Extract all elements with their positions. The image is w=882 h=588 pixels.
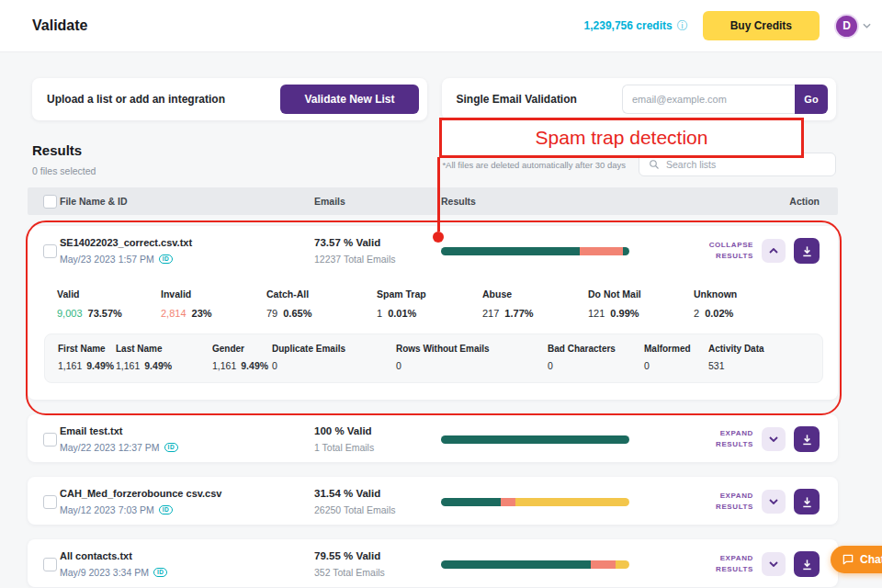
- download-icon: [801, 496, 813, 508]
- chat-button[interactable]: Chat: [831, 546, 882, 573]
- row-checkbox[interactable]: [43, 244, 57, 258]
- stat-spam-trap: Spam Trap 10.01%: [377, 288, 482, 319]
- validate-new-list-button[interactable]: Validate New List: [280, 85, 418, 114]
- download-button[interactable]: [794, 426, 820, 452]
- results-bar: [441, 560, 629, 569]
- files-selected-count: 0 files selected: [32, 165, 96, 176]
- substat-pct: 9.49%: [86, 360, 114, 371]
- collapse-toggle-button[interactable]: [762, 239, 786, 263]
- annotation-text: Spam trap detection: [536, 127, 708, 149]
- bar-segment: [591, 560, 616, 569]
- col-file-name: File Name & ID: [60, 196, 314, 207]
- download-button[interactable]: [794, 489, 820, 514]
- bar-segment: [515, 498, 629, 506]
- total-emails: 1 Total Emails: [314, 442, 441, 453]
- go-button[interactable]: Go: [795, 85, 828, 114]
- annotation-spam-trap-detection: Spam trap detection: [439, 118, 804, 158]
- stat-catch-all: Catch-All 790.65%: [266, 288, 377, 319]
- stat-label: Unknown: [694, 288, 820, 300]
- id-icon[interactable]: ID: [153, 568, 168, 578]
- file-date: May/9 2023 3:34 PM: [60, 567, 149, 578]
- bar-segment: [441, 560, 591, 569]
- id-icon[interactable]: ID: [159, 505, 174, 515]
- info-icon[interactable]: ⓘ: [677, 18, 688, 34]
- append-stats: First Name 1,1619.49% Last Name 1,1619.4…: [44, 334, 823, 383]
- stat-value: 121: [588, 308, 605, 319]
- single-email-input[interactable]: [622, 85, 795, 114]
- stat-abuse: Abuse 2171.77%: [482, 288, 588, 319]
- file-name: All contacts.txt: [60, 550, 314, 561]
- annotation-pointer-line: [437, 157, 440, 232]
- substat-label: Gender: [212, 344, 272, 354]
- stat-pct: 0.65%: [283, 308, 311, 319]
- substat-label: First Name: [58, 344, 116, 354]
- substat-first-name: First Name 1,1619.49%: [58, 344, 116, 371]
- stat-pct: 73.57%: [88, 308, 122, 319]
- upload-card-text: Upload a list or add an integration: [47, 93, 225, 106]
- total-emails: 352 Total Emails: [314, 567, 441, 578]
- file-date: May/12 2023 7:03 PM: [60, 504, 154, 515]
- expand-results-button[interactable]: EXPAND RESULTS: [700, 553, 753, 575]
- substat-value: 0: [644, 360, 650, 371]
- substat-value: 1,161: [212, 360, 236, 371]
- user-menu[interactable]: D: [834, 14, 871, 39]
- file-name: CAH_Med_forzerobounce csv.csv: [60, 488, 314, 499]
- row-checkbox[interactable]: [43, 495, 57, 509]
- avatar[interactable]: D: [834, 14, 859, 39]
- total-emails: 12237 Total Emails: [314, 254, 441, 265]
- stat-pct: 1.77%: [504, 308, 533, 319]
- stat-value: 2: [694, 308, 699, 319]
- substat-value: 0: [272, 360, 277, 371]
- valid-percent: 100 % Valid: [314, 425, 441, 436]
- substat-value: 1,161: [58, 360, 82, 371]
- expand-results-button[interactable]: EXPAND RESULTS: [700, 491, 753, 513]
- bar-segment: [441, 498, 501, 506]
- bar-segment: [616, 560, 629, 569]
- stat-valid: Valid 9,00373.57%: [57, 288, 161, 319]
- single-email-label: Single Email Validation: [457, 93, 577, 106]
- row-checkbox[interactable]: [43, 433, 57, 447]
- table-header: File Name & ID Emails Results Action: [28, 187, 838, 215]
- col-action: Action: [682, 196, 820, 207]
- substat-label: Bad Characters: [548, 344, 644, 354]
- row-checkbox[interactable]: [43, 558, 57, 571]
- results-bar: [441, 247, 629, 255]
- stat-unknown: Unknown 20.02%: [694, 288, 820, 319]
- expand-results-button[interactable]: EXPAND RESULTS: [700, 428, 753, 450]
- select-all-checkbox[interactable]: [43, 195, 57, 209]
- buy-credits-button[interactable]: Buy Credits: [703, 11, 820, 40]
- download-icon: [801, 434, 813, 446]
- collapse-results-button[interactable]: COLLAPSE RESULTS: [700, 240, 753, 262]
- expand-toggle-button[interactable]: [762, 427, 786, 451]
- download-button[interactable]: [794, 238, 820, 264]
- bar-segment: [441, 247, 580, 255]
- results-bar: [441, 435, 629, 444]
- file-name: Email test.txt: [60, 425, 314, 436]
- result-row-2: Email test.txt May/22 2023 12:37 PM ID 1…: [28, 414, 838, 462]
- id-icon[interactable]: ID: [164, 443, 179, 453]
- expanded-stats: Valid 9,00373.57% Invalid 2,81423% Catch…: [28, 274, 838, 319]
- results-bar: [441, 498, 629, 506]
- download-button[interactable]: [794, 551, 820, 577]
- stat-pct: 0.99%: [610, 308, 639, 319]
- substat-label: Rows Without Emails: [396, 344, 548, 354]
- search-lists-input[interactable]: [666, 159, 826, 170]
- stat-value: 217: [482, 308, 499, 319]
- substat-malformed: Malformed 0: [644, 344, 708, 371]
- stat-label: Catch-All: [266, 288, 377, 300]
- result-row-1: SE14022023_correct.csv.txt May/23 2023 1…: [28, 226, 838, 400]
- stat-value: 1: [377, 308, 382, 319]
- expand-toggle-button[interactable]: [762, 552, 786, 576]
- substat-value: 531: [708, 360, 725, 371]
- id-icon[interactable]: ID: [159, 254, 174, 265]
- substat-label: Malformed: [644, 344, 708, 354]
- stat-label: Spam Trap: [377, 288, 482, 300]
- expand-toggle-button[interactable]: [762, 490, 786, 514]
- stat-pct: 23%: [192, 308, 212, 319]
- stat-pct: 0.02%: [705, 308, 733, 319]
- download-icon: [801, 559, 813, 571]
- file-date: May/23 2023 1:57 PM: [60, 254, 154, 265]
- substat-activity-data: Activity Data 531: [708, 344, 813, 371]
- chevron-down-icon: [769, 561, 778, 567]
- stat-value: 2,814: [161, 308, 187, 319]
